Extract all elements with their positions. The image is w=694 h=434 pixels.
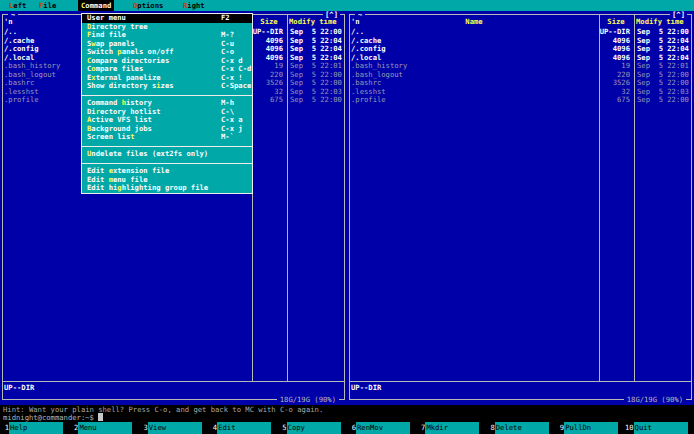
fkey-8-delete[interactable]: 8Delete [486, 422, 555, 434]
panel-path[interactable]: ~ [8, 11, 18, 19]
hotkey-letter: i [156, 81, 160, 90]
fkey-label: RenMov [356, 422, 410, 434]
hotkey-letter: C [81, 1, 85, 10]
fkey-label: Help [9, 422, 63, 434]
menubar-item-options[interactable]: Options [130, 0, 166, 11]
function-key-bar: 1Help2Menu3View4Edit5Copy6RenMov7Mkdir8D… [0, 422, 694, 434]
fkey-3-view[interactable]: 3View [139, 422, 208, 434]
fkey-9-pulldn[interactable]: 9PullDn [555, 422, 624, 434]
fkey-label: Edit [217, 422, 271, 434]
hotkey-letter: L [9, 1, 13, 10]
file-mtime: Sep 5 22:00 [290, 95, 342, 104]
free-space-indicator: 18G/19G (90%) [624, 395, 686, 404]
hotkey-letter: U [87, 149, 91, 158]
fkey-1-help[interactable]: 1Help [0, 422, 69, 434]
menubar-item-left[interactable]: Left [6, 0, 29, 11]
menubar-item-right[interactable]: Right [180, 0, 208, 11]
fkey-label: Mkdir [425, 422, 479, 434]
menu-shortcut: F2 [221, 14, 230, 23]
hotkey-letter: g [117, 183, 121, 192]
fkey-10-quit[interactable]: 10Quit [625, 422, 694, 434]
fkey-number: 6 [347, 422, 356, 434]
fkey-number: 5 [278, 422, 287, 434]
ministatus-separator [350, 381, 691, 382]
panel-up-button[interactable]: [^] [323, 11, 340, 19]
file-name: .profile [4, 95, 39, 104]
fkey-number: 4 [208, 422, 217, 434]
hotkey-letter: t [130, 132, 134, 141]
menu-bar: LeftFileCommandOptionsRight [0, 0, 694, 11]
panel-path[interactable]: ~ [355, 11, 365, 19]
command-dropdown-menu: User menuF2Directory treeFind fileM-?Swa… [81, 13, 253, 194]
menu-shortcut: M-` [221, 133, 234, 142]
hotkey-letter: h [122, 98, 126, 107]
file-size: 675 [250, 95, 283, 104]
free-space-indicator: 18G/19G (90%) [277, 395, 339, 404]
fkey-number: 7 [416, 422, 425, 434]
shell-prompt[interactable]: midnight@commander:~$ [3, 413, 103, 422]
fkey-4-edit[interactable]: 4Edit [208, 422, 277, 434]
ministatus: UP--DIR [4, 383, 34, 392]
menu-item-edit-highlighting-group-file[interactable]: Edit highlighting group file [82, 184, 252, 193]
fkey-number: 10 [625, 422, 634, 434]
right-panel: ~ [^] 'n Name Size Modify time /..UP--DI… [347, 11, 694, 405]
file-size: 675 [597, 95, 630, 104]
menu-item-screen-list[interactable]: Screen listM-` [82, 133, 252, 142]
menubar-item-file[interactable]: File [36, 0, 59, 11]
hotkey-letter: p [117, 47, 121, 56]
fkey-7-mkdir[interactable]: 7Mkdir [416, 422, 485, 434]
menu-item-undelete-files-ext2fs-only[interactable]: Undelete files (ext2fs only) [82, 150, 252, 159]
file-row-profile[interactable]: .profile675Sep 5 22:00 [347, 95, 694, 104]
mc-terminal-screen: ~ [^] 'n Name Size Modify time /..UP--DI… [0, 0, 694, 434]
fkey-6-renmov[interactable]: 6RenMov [347, 422, 416, 434]
ministatus-separator [3, 381, 344, 382]
fkey-number: 8 [486, 422, 495, 434]
fkey-label: Quit [634, 422, 688, 434]
file-mtime: Sep 5 22:00 [637, 95, 689, 104]
fkey-label: PullDn [564, 422, 618, 434]
fkey-number: 9 [555, 422, 564, 434]
fkey-label: Delete [495, 422, 549, 434]
fkey-label: View [148, 422, 202, 434]
prompt-text: midnight@commander:~$ [3, 413, 94, 422]
fkey-number: 3 [139, 422, 148, 434]
hotkey-letter: R [183, 1, 187, 10]
menu-shortcut: C-Space [221, 82, 251, 91]
hotkey-letter: F [39, 1, 43, 10]
fkey-label: Menu [78, 422, 132, 434]
fkey-number: 1 [0, 422, 9, 434]
ministatus: UP--DIR [351, 383, 381, 392]
fkey-2-menu[interactable]: 2Menu [69, 422, 138, 434]
menu-item-show-directory-sizes[interactable]: Show directory sizesC-Space [82, 82, 252, 91]
text-cursor [98, 413, 103, 421]
panel-up-button[interactable]: [^] [670, 11, 687, 19]
fkey-number: 2 [69, 422, 78, 434]
fkey-label: Copy [287, 422, 341, 434]
menubar-item-command[interactable]: Command [78, 0, 114, 11]
file-list: /..UP--DIRSep 5 22:00/.cache4096Sep 5 22… [347, 11, 694, 381]
fkey-5-copy[interactable]: 5Copy [278, 422, 347, 434]
hotkey-letter: O [133, 1, 137, 10]
file-name: .profile [351, 95, 386, 104]
